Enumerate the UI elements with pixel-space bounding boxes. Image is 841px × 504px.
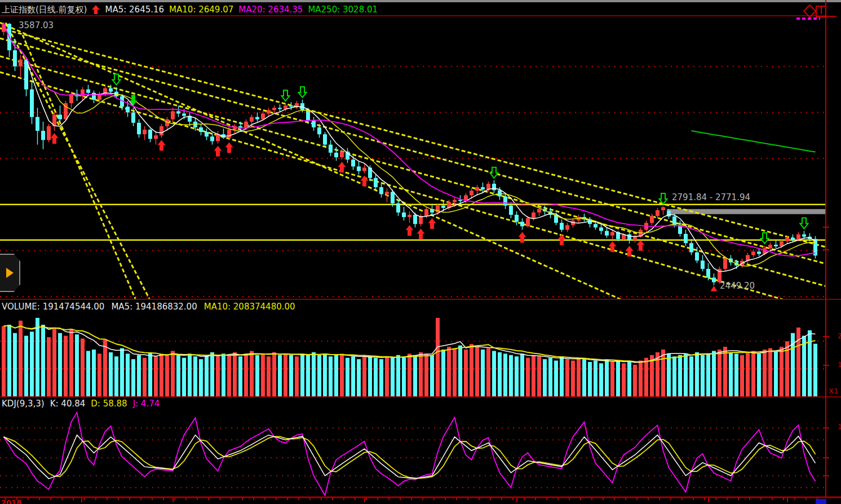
buy-signal-arrow [417,228,425,239]
expand-arrow-icon [6,268,14,278]
kdj-lines [4,412,816,495]
sell-signal-arrow [130,95,138,105]
volume-header: VOLUME: 191474544.00 MA5: 194186832.00 M… [2,302,295,312]
trend-channel-lines [0,23,826,342]
volume-axis-label-2: 2 [838,332,841,340]
volume-axis-label-1: 1 [838,361,841,369]
gap-price-label: 2791.84 - 2771.94 [672,192,750,202]
sell-signal-arrow [800,218,808,229]
stock-chart-app: 上证指数(日线.前复权) MA5: 2645.16 MA10: 2649.07 … [0,0,841,504]
buy-signal-arrow [519,232,526,243]
volume-value: VOLUME: 191474544.00 [2,302,104,312]
kdj-k-value: K: 40.84 [50,399,86,409]
main-grid [0,16,826,297]
peak-price-label: 3587.03 [19,20,54,30]
axes [0,0,841,502]
kdj-axis-label-100: 100 [838,423,841,431]
signal-arrows [51,74,808,291]
kdj-j-value: J: 4.74 [133,399,160,409]
buy-signal-arrow [214,145,222,156]
volume-ma10-value: MA10: 208374480.00 [204,302,295,312]
kdj-indicator-label: KDJ(9,3,3) [2,399,45,409]
dashed-line-icon [796,17,820,20]
candles [2,22,817,285]
buy-signal-arrow [637,240,645,251]
sidebar-expand-tab[interactable] [0,254,20,292]
kdj-d-value: D: 58.88 [91,399,127,409]
buy-signal-arrow [406,225,414,236]
buy-signal-arrow [338,162,346,173]
sell-signal-arrow [299,87,307,98]
volume-ma5-value: MA5: 194186832.00 [111,302,197,312]
buy-signal-arrow [428,218,436,229]
buy-signal-arrow [225,142,233,153]
split-panels-icon[interactable] [816,6,826,17]
current-date-highlight [816,499,826,504]
sell-signal-arrow [761,233,769,244]
sell-signal-arrow [490,167,498,178]
kdj-header: KDJ(9,3,3) K: 40.84 D: 58.88 J: 4.74 [2,399,160,409]
buy-signal-arrow [361,176,369,187]
sell-signal-arrow [282,90,290,101]
buy-signal-arrow [158,140,166,151]
buy-signal-arrow [51,133,59,144]
low-point-marker [711,286,718,291]
volume-ma-lines [4,325,816,362]
low-price-label: 2449.20 [720,281,755,291]
chart-canvas[interactable] [0,0,841,504]
